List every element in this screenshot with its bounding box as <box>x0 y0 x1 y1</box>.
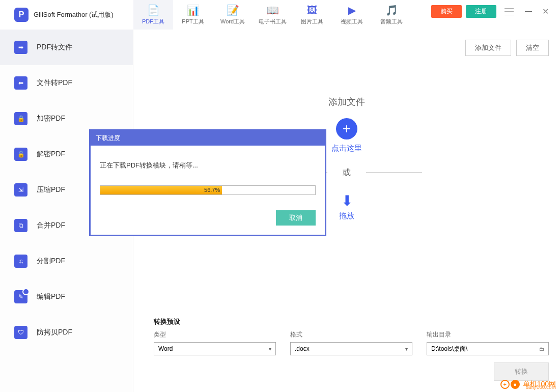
site-watermark: +● 单机100网 danji100.com <box>500 380 556 389</box>
preset-title: 转换预设 <box>154 317 549 326</box>
format-select[interactable]: .docx ▾ <box>290 342 412 355</box>
ppt-icon: 📊 <box>187 4 200 16</box>
add-file-plus-icon[interactable]: + <box>336 118 357 139</box>
type-select[interactable]: Word ▾ <box>154 342 276 355</box>
watermark-icon: +● <box>500 380 520 389</box>
top-tab-bar: 📄 PDF工具 📊 PPT工具 📝 Word工具 📖 电子书工具 🖼 图片工具 … <box>133 0 411 30</box>
tab-ebook-tools[interactable]: 📖 电子书工具 <box>253 0 292 30</box>
outdir-label: 输出目录 <box>427 330 549 339</box>
sidebar-item-split-pdf[interactable]: ⎌ 分割PDF <box>0 243 133 279</box>
split-icon: ⎌ <box>14 255 27 268</box>
tab-pdf-tools[interactable]: 📄 PDF工具 <box>133 0 173 30</box>
video-icon: ▶ <box>348 4 356 16</box>
image-icon: 🖼 <box>307 5 317 16</box>
dropzone-title: 添加文件 <box>219 96 474 108</box>
tab-ppt-tools[interactable]: 📊 PPT工具 <box>173 0 213 30</box>
convert-button[interactable]: 转换 <box>494 362 549 381</box>
type-label: 类型 <box>154 330 276 339</box>
menu-icon[interactable] <box>505 8 514 15</box>
close-icon[interactable]: ✕ <box>539 7 552 16</box>
audio-icon: 🎵 <box>385 4 398 16</box>
chevron-down-icon: ▾ <box>405 346 408 352</box>
sidebar-item-edit-pdf[interactable]: ✎ 编辑PDF <box>0 279 133 315</box>
sidebar-item-file-to-pdf[interactable]: ⬅ 文件转PDF <box>0 65 133 101</box>
unlock-icon: 🔓 <box>14 148 27 161</box>
sidebar-item-anticopy-pdf[interactable]: 🛡 防拷贝PDF <box>0 315 133 350</box>
folder-icon: 🗀 <box>539 346 544 352</box>
ebook-icon: 📖 <box>266 4 279 16</box>
app-logo-icon: P <box>14 8 29 22</box>
tab-word-tools[interactable]: 📝 Word工具 <box>213 0 253 30</box>
word-icon: 📝 <box>227 4 239 16</box>
sidebar-item-pdf-to-file[interactable]: ➡ PDF转文件 <box>0 30 133 65</box>
title-bar: P GiliSoft Formathor (试用版) 📄 PDF工具 📊 PPT… <box>0 0 560 30</box>
import-icon: ⬅ <box>14 76 27 90</box>
outdir-input[interactable]: D:\tools\桌面\ 🗀 <box>427 342 549 355</box>
tab-audio-tools[interactable]: 🎵 音频工具 <box>372 0 411 30</box>
lock-icon: 🔒 <box>14 112 27 125</box>
pdf-icon: 📄 <box>147 4 160 16</box>
dialog-title: 下载进度 <box>91 131 325 146</box>
export-icon: ➡ <box>14 41 27 54</box>
download-progress-dialog: 下载进度 正在下载PDF转换模块，请稍等... 56.7% 取消 <box>89 129 326 236</box>
cancel-button[interactable]: 取消 <box>276 210 316 226</box>
tab-image-tools[interactable]: 🖼 图片工具 <box>292 0 332 30</box>
dialog-message: 正在下载PDF转换模块，请稍等... <box>100 161 316 170</box>
edit-icon: ✎ <box>14 290 27 303</box>
conversion-preset: 转换预设 类型 Word ▾ 格式 .docx ▾ <box>154 317 549 381</box>
window-controls: 购买 注册 ✕ <box>423 0 560 23</box>
merge-icon: ⧉ <box>14 219 27 232</box>
buy-button[interactable]: 购买 <box>431 5 462 18</box>
logo-area: P GiliSoft Formathor (试用版) <box>0 8 133 22</box>
clear-button[interactable]: 清空 <box>516 40 549 56</box>
minimize-icon[interactable] <box>525 11 532 12</box>
chevron-down-icon: ▾ <box>269 346 271 352</box>
app-title: GiliSoft Formathor (试用版) <box>34 10 114 19</box>
content-actions: 添加文件 清空 <box>465 40 549 56</box>
register-button[interactable]: 注册 <box>466 5 496 18</box>
shield-icon: 🛡 <box>14 326 27 339</box>
progress-percent: 56.7% <box>204 186 222 194</box>
compress-icon: ⇲ <box>14 183 27 197</box>
add-file-button[interactable]: 添加文件 <box>465 40 511 56</box>
format-label: 格式 <box>290 330 412 339</box>
tab-video-tools[interactable]: ▶ 视频工具 <box>332 0 372 30</box>
progress-bar: 56.7% <box>100 185 316 195</box>
